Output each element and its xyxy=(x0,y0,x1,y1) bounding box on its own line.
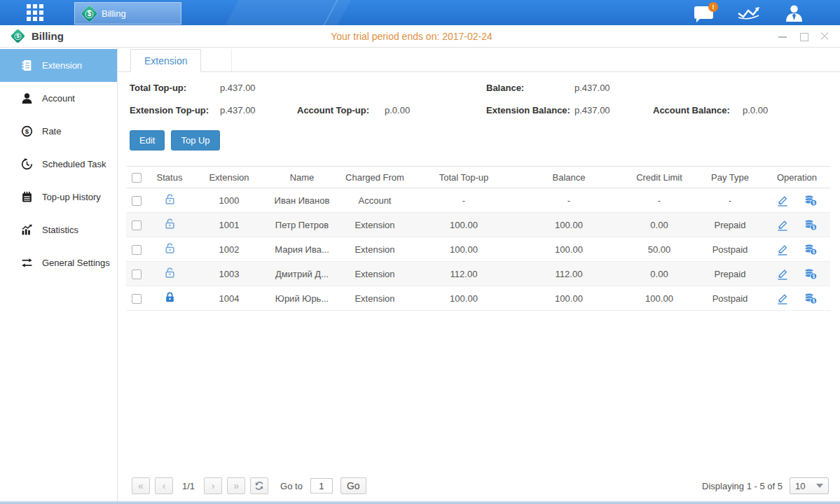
billing-window: $ Billing ! xyxy=(0,0,840,504)
edit-row-icon[interactable] xyxy=(776,268,789,280)
sidebar-item-extension[interactable]: Extension xyxy=(0,49,117,82)
operation-cell: $ xyxy=(764,237,830,262)
taskbar-billing-tab[interactable]: $ Billing xyxy=(74,2,181,24)
row-checkbox[interactable] xyxy=(132,196,142,206)
balance-cell: 100.00 xyxy=(516,286,622,311)
table-row: 1000 Иван Иванов Account - - - - $ xyxy=(126,188,830,213)
apps-menu-button[interactable] xyxy=(27,4,43,21)
row-checkbox[interactable] xyxy=(132,294,142,304)
extension-cell: 1002 xyxy=(192,237,266,262)
sidebar-item-label: Extension xyxy=(42,60,82,71)
apps-grid-icon xyxy=(27,4,31,8)
sidebar-item-general-settings[interactable]: General Settings xyxy=(0,246,117,279)
balance-cell: 100.00 xyxy=(516,237,622,262)
goto-page-input[interactable] xyxy=(310,478,333,493)
sidebar-item-scheduled-task[interactable]: Scheduled Task xyxy=(0,148,117,181)
summary-stats: Total Top-up: p.437.00 Balance: p.437.00… xyxy=(118,72,840,115)
page-size-value: 10 xyxy=(795,481,805,491)
prev-page-button[interactable]: ‹ xyxy=(155,477,173,494)
topup-row-icon[interactable]: $ xyxy=(804,195,818,206)
goto-label: Go to xyxy=(280,481,303,491)
pay-type-cell: - xyxy=(696,188,764,213)
table-body: 1000 Иван Иванов Account - - - - $ xyxy=(126,188,830,311)
tab-label: Extension xyxy=(144,55,187,66)
chevron-down-icon xyxy=(816,484,823,488)
account-balance-label: Account Balance: xyxy=(653,105,743,115)
first-page-icon: « xyxy=(138,480,144,491)
credit-limit-cell: 100.00 xyxy=(622,286,696,311)
topup-row-icon[interactable]: $ xyxy=(804,244,818,255)
column-header-charged-from: Charged From xyxy=(338,167,412,188)
last-page-button[interactable]: » xyxy=(227,477,245,494)
first-page-button[interactable]: « xyxy=(132,477,150,494)
topup-history-icon xyxy=(21,191,33,203)
window-controls xyxy=(777,31,830,42)
monitor-button[interactable] xyxy=(737,4,761,21)
pagination-bar: « ‹ 1/1 › » Go to Go Displaying xyxy=(118,477,840,501)
unlocked-icon xyxy=(164,242,176,254)
edit-row-icon[interactable] xyxy=(776,195,789,206)
pay-type-cell: Postpaid xyxy=(696,286,764,311)
top-up-button[interactable]: Top Up xyxy=(171,130,219,150)
sidebar-item-statistics[interactable]: Statistics xyxy=(0,214,117,246)
edit-row-icon[interactable] xyxy=(776,244,789,255)
minimize-button[interactable] xyxy=(777,31,788,42)
topup-row-icon[interactable]: $ xyxy=(804,293,818,304)
table-header-row: Status Extension Name Charged From Total… xyxy=(126,167,830,188)
account-topup-value: p.0.00 xyxy=(385,105,410,115)
account-topup-label: Account Top-up: xyxy=(297,105,385,115)
topbar-actions: ! xyxy=(694,4,840,22)
status-cell xyxy=(147,237,192,262)
balance-cell: - xyxy=(516,188,622,213)
next-page-button[interactable]: › xyxy=(204,477,222,494)
extension-cell: 1004 xyxy=(192,286,266,311)
sidebar-item-label: Statistics xyxy=(42,225,78,235)
topup-row-icon[interactable]: $ xyxy=(804,268,818,280)
operation-cell: $ xyxy=(764,262,830,286)
operation-cell: $ xyxy=(764,188,830,213)
total-topup-cell: 112.00 xyxy=(412,262,516,286)
billing-window-icon: $ xyxy=(11,29,25,43)
page-size-select[interactable]: 10 xyxy=(790,477,829,494)
edit-button[interactable]: Edit xyxy=(130,130,165,150)
sidebar-item-account[interactable]: Account xyxy=(0,82,117,115)
svg-text:$: $ xyxy=(813,200,815,206)
extension-cell: 1001 xyxy=(192,213,266,237)
sidebar-item-topup-history[interactable]: Top-up History xyxy=(0,181,117,214)
rate-icon: $ xyxy=(21,125,33,137)
sidebar-item-rate[interactable]: $ Rate xyxy=(0,115,117,148)
total-topup-cell: - xyxy=(412,188,516,213)
taskbar-tab-label: Billing xyxy=(102,8,126,19)
total-topup-cell: 100.00 xyxy=(412,286,516,311)
refresh-button[interactable] xyxy=(250,477,268,494)
go-button[interactable]: Go xyxy=(340,477,366,494)
scheduled-task-icon xyxy=(21,158,33,170)
extension-cell: 1000 xyxy=(192,188,266,213)
maximize-button[interactable] xyxy=(798,31,809,42)
trial-notice: Your trial period ends on: 2017-02-24 xyxy=(331,31,493,42)
tab-extension[interactable]: Extension xyxy=(130,49,201,72)
operation-cell: $ xyxy=(764,213,830,237)
row-checkbox[interactable] xyxy=(132,270,142,279)
edit-row-icon[interactable] xyxy=(776,219,789,231)
topup-row-icon[interactable]: $ xyxy=(804,219,818,231)
extension-icon xyxy=(21,59,33,71)
status-cell xyxy=(147,213,192,237)
tab-bar-spacer xyxy=(201,49,232,71)
select-all-checkbox[interactable] xyxy=(132,173,142,183)
user-menu-button[interactable] xyxy=(785,4,804,22)
balance-cell: 112.00 xyxy=(516,262,622,286)
credit-limit-cell: 0.00 xyxy=(622,262,696,286)
notifications-button[interactable]: ! xyxy=(694,6,713,19)
column-header-balance: Balance xyxy=(516,167,622,188)
row-checkbox[interactable] xyxy=(132,220,142,230)
extension-topup-value: p.437.00 xyxy=(220,105,297,115)
edit-row-icon[interactable] xyxy=(776,293,789,304)
total-topup-cell: 100.00 xyxy=(412,237,516,262)
account-balance-value: p.0.00 xyxy=(743,105,768,115)
row-checkbox[interactable] xyxy=(132,245,142,255)
window-titlebar: $ Billing Your trial period ends on: 201… xyxy=(0,25,840,48)
sidebar-item-label: Scheduled Task xyxy=(42,159,106,169)
svg-text:$: $ xyxy=(25,127,29,135)
close-button[interactable] xyxy=(819,31,830,42)
